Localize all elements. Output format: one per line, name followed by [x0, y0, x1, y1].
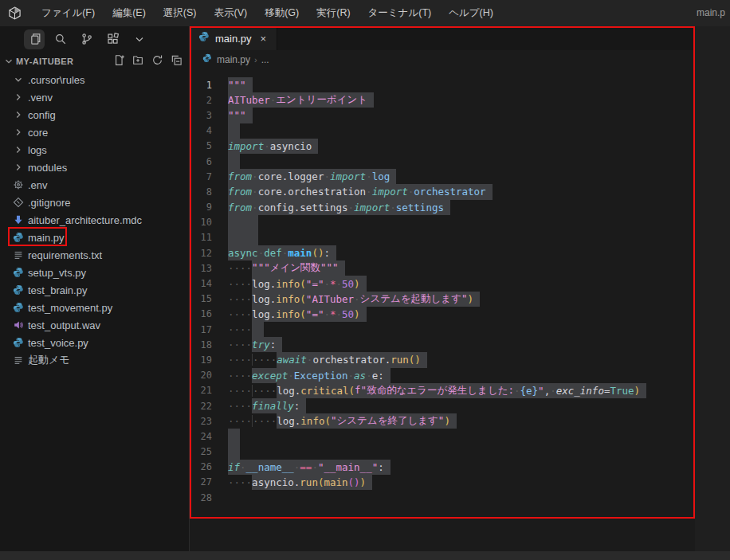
token-p1: ) — [634, 385, 641, 397]
tree-item-config[interactable]: config — [0, 106, 189, 123]
line-content: from·core.logger·import·log — [228, 169, 396, 184]
window-title: main.p — [697, 0, 730, 26]
collapse-all-icon[interactable] — [171, 54, 182, 69]
breadcrumb-file[interactable]: main.py — [217, 54, 250, 65]
tree-item-requirements-txt[interactable]: requirements.txt — [0, 246, 189, 264]
token-blue: {e} — [520, 385, 539, 397]
line-content: ····try: — [228, 337, 282, 352]
menu-item-edit[interactable]: 編集(E) — [104, 3, 155, 23]
activity-more-icon[interactable] — [129, 29, 150, 49]
selection-highlight — [228, 230, 258, 245]
token-txt: , — [544, 385, 551, 397]
line-number: 25 — [190, 446, 228, 457]
tree-item-logs[interactable]: logs — [0, 141, 189, 159]
menu-item-run[interactable]: 実行(R) — [308, 3, 359, 23]
menu-item-file[interactable]: ファイル(F) — [33, 3, 104, 23]
new-folder-icon[interactable] — [132, 54, 144, 69]
tab-bar: main.py × — [190, 26, 730, 50]
activity-extensions-icon[interactable] — [103, 29, 124, 49]
tree-item-setup-vts-py[interactable]: setup_vts.py — [0, 264, 189, 281]
tree-item--cursor-rules[interactable]: .cursor\rules — [0, 71, 189, 88]
code-line: 12async·def·main(): — [190, 245, 730, 260]
whitespace-dots: ···· — [228, 339, 252, 350]
tree-item--gitignore[interactable]: .gitignore — [0, 194, 189, 211]
menu-item-help[interactable]: ヘルプ(H) — [440, 3, 502, 23]
tree-item-modules[interactable]: modules — [0, 159, 189, 176]
code-line: 14····log.info("="·*·50) — [190, 276, 730, 291]
menu-item-view[interactable]: 表示(V) — [205, 3, 256, 23]
activity-explorer-icon[interactable] — [24, 29, 45, 49]
tree-item-label: .env — [28, 179, 48, 191]
tree-item--env[interactable]: .env — [0, 176, 189, 194]
tree-item-label: modules — [28, 162, 67, 174]
activity-source-control-icon[interactable] — [77, 29, 97, 49]
tree-item-test-output-wav[interactable]: test_output.wav — [0, 316, 189, 334]
line-content: ····except·Exception·as·e: — [228, 368, 391, 383]
refresh-icon[interactable] — [151, 54, 163, 69]
selection-highlight: async·def·main(): — [228, 245, 336, 260]
line-content: ····log.info("="·*·50) — [228, 276, 367, 291]
line-number: 6 — [190, 156, 228, 167]
line-content: ········log.critical(f"致命的なエラーが発生しました:·{… — [228, 383, 646, 398]
line-number: 22 — [190, 401, 228, 412]
tab-main-py[interactable]: main.py × — [190, 26, 277, 50]
code-line: 16····log.info("="·*·50) — [190, 307, 730, 322]
line-number: 9 — [190, 202, 228, 213]
code-line: 24 — [190, 429, 730, 444]
tree-item-core[interactable]: core — [0, 123, 189, 141]
token-kw: if — [228, 461, 240, 473]
line-number: 28 — [190, 492, 228, 503]
close-icon[interactable]: × — [258, 33, 269, 45]
token-txt: : — [294, 400, 300, 412]
line-number: 24 — [190, 431, 228, 442]
menu-item-terminal[interactable]: ターミナル(T) — [359, 3, 441, 23]
token-p1: ( — [300, 293, 306, 305]
menu-item-go[interactable]: 移動(G) — [256, 3, 308, 23]
token-p1: ) — [360, 476, 367, 488]
tree-item-test-brain-py[interactable]: test_brain.py — [0, 281, 189, 299]
new-file-icon[interactable] — [113, 54, 125, 69]
selection-highlight — [228, 123, 240, 139]
token-kwu: True — [610, 385, 634, 397]
tree-item-test-voice-py[interactable]: test_voice.py — [0, 334, 189, 351]
tree-item-label: test_voice.py — [28, 337, 88, 349]
activity-search-icon[interactable] — [50, 29, 71, 49]
token-kw: from — [228, 170, 252, 182]
token-kw: as — [354, 370, 366, 382]
line-number: 21 — [190, 385, 228, 396]
token-kw: from — [228, 202, 252, 213]
token-kw: import — [228, 140, 264, 152]
token-var: log — [252, 278, 270, 290]
menu-item-selection[interactable]: 選択(S) — [155, 3, 206, 23]
tree-item-label: logs — [28, 144, 47, 156]
selection-highlight: except·Exception·as·e: — [252, 368, 391, 383]
code-line: 4 — [190, 123, 730, 139]
line-number: 3 — [190, 110, 228, 121]
token-var: log — [252, 293, 270, 305]
tree-item-main-py[interactable]: main.py — [0, 229, 189, 246]
token-p1: ( — [349, 385, 355, 397]
editor-group[interactable]: main.py × main.py › ... 1"""2AITuber·エント… — [190, 26, 730, 551]
whitespace-dots: ···· — [228, 278, 252, 290]
breadcrumb-more[interactable]: ... — [261, 54, 269, 65]
tree-item--[interactable]: 起動メモ — [0, 351, 189, 369]
selection-highlight: try: — [252, 337, 282, 352]
token-blue: __name__ — [246, 461, 294, 473]
code-line: 10 — [190, 215, 730, 230]
token-var: log — [277, 415, 295, 427]
token-str: システムを起動します" — [360, 292, 468, 306]
code-line: 28 — [190, 490, 730, 505]
tree-item-aituber-architecture-mdc[interactable]: aituber_architecture.mdc — [0, 211, 189, 229]
tree-item--venv[interactable]: .venv — [0, 88, 189, 106]
explorer-section-header[interactable]: MY-AITUBER — [0, 52, 189, 71]
tree-item-test-movement-py[interactable]: test_movement.py — [0, 299, 189, 316]
whitespace-dots: · — [252, 170, 258, 182]
token-fn: run — [300, 476, 318, 488]
code-area[interactable]: 1"""2AITuber·エントリーポイント3"""45import·async… — [190, 77, 730, 505]
selection-highlight: log.info("AITuber·システムを起動します") — [252, 292, 480, 307]
whitespace-dots: · — [336, 308, 343, 320]
token-pi: exc_info — [556, 385, 604, 397]
whitespace-dots: · — [348, 370, 355, 382]
selection-highlight — [228, 154, 240, 169]
token-op: == — [300, 461, 312, 473]
